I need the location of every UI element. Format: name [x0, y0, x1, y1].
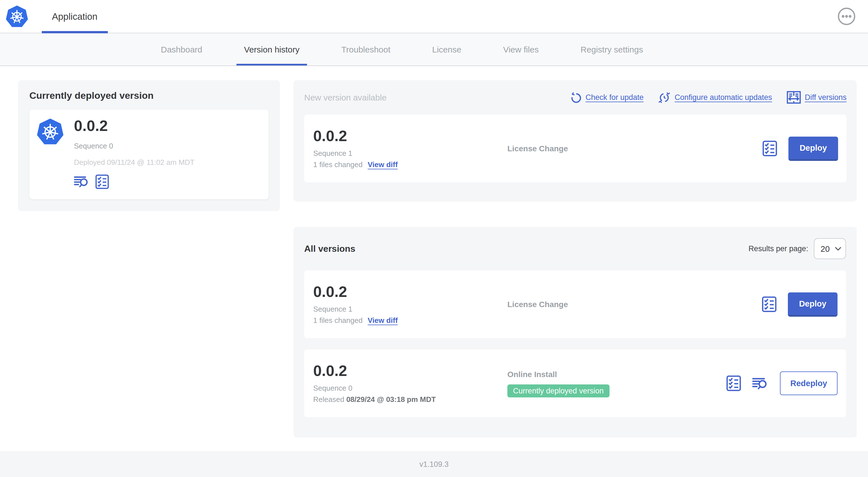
refresh-icon: [570, 92, 582, 103]
version-source-label: Online Install: [507, 369, 726, 379]
released-label: Released: [313, 395, 344, 404]
app-footer: v1.109.3: [0, 451, 868, 477]
tab-view-files[interactable]: View files: [496, 33, 546, 65]
files-changed-label: 1 files changed: [313, 160, 363, 169]
deployed-sequence-label: Sequence 0: [74, 141, 194, 150]
checklist-icon: [762, 296, 777, 312]
kots-admin-console: Application Dashboard Version history Tr…: [0, 0, 868, 477]
version-source-label: License Change: [507, 300, 762, 309]
tab-registry-settings[interactable]: Registry settings: [573, 33, 650, 65]
main-content: Currently deployed version 0.0.2 Sequenc…: [0, 66, 868, 438]
deployed-version-label: 0.0.2: [74, 118, 194, 135]
new-version-card: 0.0.2 Sequence 1 1 files changed View di…: [304, 115, 846, 182]
all-versions-title: All versions: [304, 244, 355, 254]
checklist-icon: [726, 376, 741, 391]
kubernetes-app-icon: [37, 118, 64, 145]
check-for-update-link[interactable]: Check for update: [570, 92, 644, 103]
preflight-checks-button[interactable]: [726, 376, 741, 391]
preflight-checks-button[interactable]: [95, 174, 109, 189]
kubernetes-logo-icon: [6, 5, 28, 28]
redeploy-button[interactable]: Redeploy: [780, 371, 838, 395]
tab-license[interactable]: License: [425, 33, 469, 65]
app-header: Application: [0, 0, 868, 33]
deployed-timestamp: Deployed 09/11/24 @ 11:02 am MDT: [74, 158, 194, 166]
version-source-label: License Change: [507, 144, 763, 153]
results-per-page-select[interactable]: 20: [814, 238, 846, 259]
view-logs-button[interactable]: [752, 377, 769, 390]
currently-deployed-badge: Currently deployed version: [507, 384, 609, 397]
sequence-label: Sequence 1: [313, 149, 507, 157]
checklist-icon: [763, 141, 777, 156]
console-version-label: v1.109.3: [419, 460, 449, 468]
currently-deployed-panel: Currently deployed version 0.0.2 Sequenc…: [18, 80, 280, 211]
currently-deployed-title: Currently deployed version: [29, 90, 269, 101]
sequence-label: Sequence 1: [313, 305, 507, 313]
view-diff-link[interactable]: View diff: [368, 160, 398, 169]
version-label: 0.0.2: [313, 128, 507, 145]
preflight-checks-button[interactable]: [762, 296, 777, 312]
preflight-checks-button[interactable]: [763, 141, 777, 156]
checklist-icon: [95, 174, 109, 189]
version-row: 0.0.2 Sequence 0 Released 08/29/24 @ 03:…: [304, 350, 846, 417]
all-versions-panel: All versions Results per page: 20: [293, 227, 857, 438]
tab-troubleshoot[interactable]: Troubleshoot: [334, 33, 398, 65]
new-version-title: New version available: [304, 93, 386, 102]
diff-icon: [787, 91, 801, 104]
ellipsis-icon: [838, 7, 856, 25]
configure-automatic-updates-link[interactable]: Configure automatic updates: [658, 92, 772, 103]
more-options-button[interactable]: [838, 7, 856, 25]
deploy-button[interactable]: Deploy: [788, 292, 838, 317]
version-label: 0.0.2: [313, 363, 507, 380]
currently-deployed-card: 0.0.2 Sequence 0 Deployed 09/11/24 @ 11:…: [29, 110, 269, 199]
app-tab-label: Application: [52, 11, 97, 22]
version-row: 0.0.2 Sequence 1 1 files changed View di…: [304, 270, 846, 338]
schedule-update-icon: [658, 92, 671, 103]
tab-dashboard[interactable]: Dashboard: [154, 33, 210, 65]
files-changed-label: 1 files changed: [313, 316, 363, 325]
app-subnav: Dashboard Version history Troubleshoot L…: [0, 33, 868, 66]
version-label: 0.0.2: [313, 284, 507, 301]
app-tab[interactable]: Application: [42, 0, 107, 33]
view-diff-link[interactable]: View diff: [368, 316, 398, 325]
diff-versions-link[interactable]: Diff versions: [787, 91, 846, 104]
results-per-page-label: Results per page:: [748, 244, 808, 253]
new-version-panel: New version available Check for update C…: [293, 80, 857, 202]
sequence-label: Sequence 0: [313, 384, 507, 392]
view-logs-button[interactable]: [74, 175, 90, 188]
tab-version-history[interactable]: Version history: [237, 33, 307, 65]
logs-icon: [752, 377, 769, 390]
deploy-button[interactable]: Deploy: [788, 136, 838, 160]
released-timestamp: 08/29/24 @ 03:18 pm MDT: [346, 395, 436, 404]
logs-icon: [74, 175, 90, 188]
